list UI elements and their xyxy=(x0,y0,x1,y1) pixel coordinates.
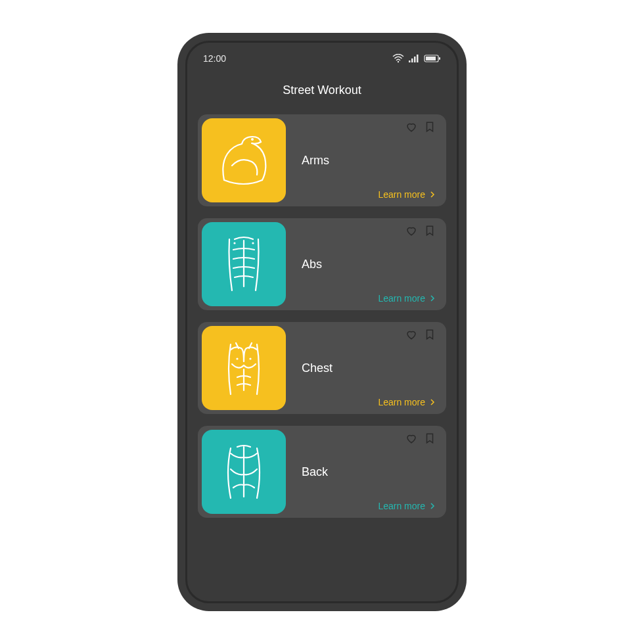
heart-icon[interactable] xyxy=(405,121,417,135)
learn-more-link[interactable]: Learn more xyxy=(378,189,436,200)
status-bar: 12:00 xyxy=(187,43,457,69)
chevron-right-icon xyxy=(429,503,436,509)
svg-point-12 xyxy=(249,357,251,359)
workout-card-abs[interactable]: Abs Learn more xyxy=(198,218,446,310)
back-icon xyxy=(202,430,286,514)
svg-rect-2 xyxy=(411,58,413,62)
svg-point-8 xyxy=(251,138,254,141)
svg-point-0 xyxy=(398,61,399,62)
svg-rect-6 xyxy=(426,57,436,60)
phone-screen: 12:00 xyxy=(185,41,459,603)
page-title: Street Workout xyxy=(187,69,457,114)
learn-more-label: Learn more xyxy=(378,293,425,304)
phone-frame: 12:00 xyxy=(177,33,467,611)
bookmark-icon[interactable] xyxy=(424,432,436,447)
learn-more-link[interactable]: Learn more xyxy=(378,293,436,304)
card-title: Chest xyxy=(302,361,436,375)
svg-rect-7 xyxy=(439,57,440,60)
status-icons xyxy=(392,54,441,63)
svg-rect-1 xyxy=(409,60,411,62)
learn-more-link[interactable]: Learn more xyxy=(378,501,436,511)
svg-rect-3 xyxy=(414,57,416,62)
card-title: Back xyxy=(302,465,436,479)
svg-point-9 xyxy=(233,242,235,244)
learn-more-label: Learn more xyxy=(378,189,425,200)
learn-more-label: Learn more xyxy=(378,501,425,511)
workout-card-chest[interactable]: Chest Learn more xyxy=(198,322,446,414)
chevron-right-icon xyxy=(429,399,436,405)
card-title: Arms xyxy=(302,154,436,168)
bookmark-icon[interactable] xyxy=(424,329,436,343)
chest-icon xyxy=(202,326,286,410)
learn-more-label: Learn more xyxy=(378,397,425,407)
heart-icon[interactable] xyxy=(405,329,417,343)
card-body: Abs Learn more xyxy=(290,218,446,310)
heart-icon[interactable] xyxy=(405,432,417,447)
workout-card-back[interactable]: Back Learn more xyxy=(198,426,446,518)
bicep-icon xyxy=(202,118,286,202)
svg-point-11 xyxy=(236,357,238,359)
svg-rect-4 xyxy=(417,55,419,62)
workout-list: Arms Learn more xyxy=(187,114,457,518)
card-body: Arms Learn more xyxy=(290,114,446,206)
card-body: Chest Learn more xyxy=(290,322,446,414)
wifi-icon xyxy=(392,54,404,63)
workout-card-arms[interactable]: Arms Learn more xyxy=(198,114,446,206)
abs-icon xyxy=(202,222,286,306)
card-title: Abs xyxy=(302,258,436,271)
chevron-right-icon xyxy=(429,191,436,198)
learn-more-link[interactable]: Learn more xyxy=(378,397,436,407)
svg-point-10 xyxy=(252,242,254,244)
bookmark-icon[interactable] xyxy=(424,225,436,239)
battery-icon xyxy=(424,54,441,63)
chevron-right-icon xyxy=(429,295,436,302)
card-body: Back Learn more xyxy=(290,426,446,518)
signal-icon xyxy=(408,54,420,63)
status-time: 12:00 xyxy=(203,53,226,64)
bookmark-icon[interactable] xyxy=(424,121,436,135)
heart-icon[interactable] xyxy=(405,225,417,239)
